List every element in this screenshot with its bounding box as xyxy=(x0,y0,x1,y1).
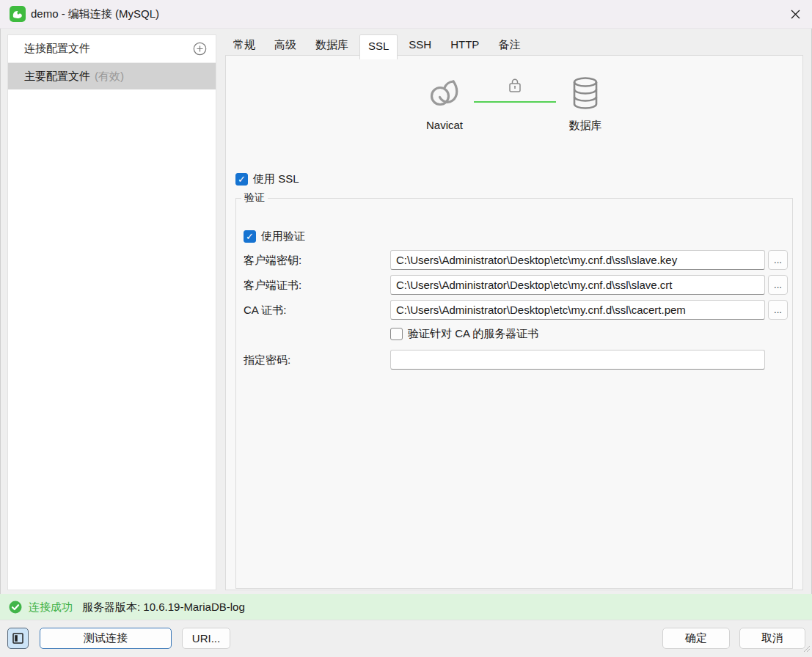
verify-server-cert-label: 验证针对 CA 的服务器证书 xyxy=(408,327,538,341)
panel-left-icon xyxy=(12,633,23,644)
tab-notes[interactable]: 备注 xyxy=(490,34,528,55)
ca-cert-label: CA 证书: xyxy=(244,300,286,320)
test-connection-button[interactable]: 测试连接 xyxy=(40,628,172,649)
use-ssl-label: 使用 SSL xyxy=(253,172,299,186)
navicat-logo-icon xyxy=(428,76,462,113)
add-profile-icon[interactable] xyxy=(193,42,207,56)
client-cert-browse-button[interactable]: ... xyxy=(768,275,788,295)
connection-tabs: 常规 高级 数据库 SSL SSH HTTP 备注 xyxy=(225,34,531,55)
connection-status-bar: 连接成功 服务器版本: 10.6.19-MariaDB-log xyxy=(0,594,812,620)
cancel-button[interactable]: 取消 xyxy=(739,628,805,649)
close-icon[interactable] xyxy=(778,0,812,28)
passphrase-label: 指定密码: xyxy=(244,350,290,370)
ok-button[interactable]: 确定 xyxy=(662,628,730,649)
tab-databases[interactable]: 数据库 xyxy=(307,34,356,55)
verify-server-cert-checkbox-box[interactable] xyxy=(390,328,403,340)
use-ssl-checkbox-box[interactable] xyxy=(235,173,248,186)
status-text: 连接成功 xyxy=(29,601,73,614)
diagram-database-label: 数据库 xyxy=(541,119,629,133)
client-cert-input[interactable] xyxy=(390,275,765,295)
navicat-app-icon xyxy=(10,6,26,22)
resize-grip[interactable] xyxy=(803,642,811,656)
tab-general[interactable]: 常规 xyxy=(225,34,263,55)
tab-ssh[interactable]: SSH xyxy=(400,34,439,55)
lock-icon xyxy=(508,78,522,97)
authentication-group-title: 验证 xyxy=(241,191,268,205)
sidebar-toggle-button[interactable] xyxy=(7,628,29,649)
use-ssl-checkbox[interactable]: 使用 SSL xyxy=(235,172,299,186)
connection-profiles-sidebar: 连接配置文件 主要配置文件 (有效) xyxy=(7,34,216,590)
sidebar-header: 连接配置文件 xyxy=(8,35,216,63)
success-check-icon xyxy=(9,601,22,614)
window-title: demo - 编辑连接 (MySQL) xyxy=(31,0,159,28)
database-icon xyxy=(571,76,600,114)
client-cert-label: 客户端证书: xyxy=(244,275,301,295)
diagram-navicat-label: Navicat xyxy=(400,119,489,131)
use-authentication-checkbox[interactable]: 使用验证 xyxy=(244,230,305,243)
passphrase-input[interactable] xyxy=(390,350,765,370)
profile-name: 主要配置文件 xyxy=(24,70,90,84)
title-bar: demo - 编辑连接 (MySQL) xyxy=(0,0,812,29)
ca-cert-browse-button[interactable]: ... xyxy=(768,300,788,320)
dialog-footer: 测试连接 URI... 确定 取消 xyxy=(0,620,812,657)
sidebar-item-main-profile[interactable]: 主要配置文件 (有效) xyxy=(8,63,216,89)
tab-http[interactable]: HTTP xyxy=(442,34,487,55)
connection-line xyxy=(474,101,556,103)
uri-button[interactable]: URI... xyxy=(182,628,230,649)
use-authentication-checkbox-box[interactable] xyxy=(244,230,256,243)
server-version-text: 服务器版本: 10.6.19-MariaDB-log xyxy=(82,601,245,614)
tab-advanced[interactable]: 高级 xyxy=(266,34,304,55)
verify-server-cert-checkbox[interactable]: 验证针对 CA 的服务器证书 xyxy=(390,327,538,341)
client-key-input[interactable] xyxy=(390,250,765,270)
tab-ssl[interactable]: SSL xyxy=(359,34,398,59)
authentication-group: 验证 使用验证 客户端密钥: ... 客户端证书: ... CA 证书: ...… xyxy=(235,191,793,589)
client-key-label: 客户端密钥: xyxy=(244,250,301,270)
client-key-browse-button[interactable]: ... xyxy=(768,250,788,270)
profile-status-suffix: (有效) xyxy=(95,70,124,84)
ca-cert-input[interactable] xyxy=(390,300,765,320)
edit-connection-dialog: demo - 编辑连接 (MySQL) 连接配置文件 主要配置文件 (有效) 常… xyxy=(0,0,812,657)
use-authentication-label: 使用验证 xyxy=(261,230,305,243)
sidebar-header-label: 连接配置文件 xyxy=(24,42,90,56)
ssl-tab-panel: Navicat 数据库 使用 SSL 验证 使用验证 客户端密钥: ... 客户… xyxy=(225,55,803,590)
